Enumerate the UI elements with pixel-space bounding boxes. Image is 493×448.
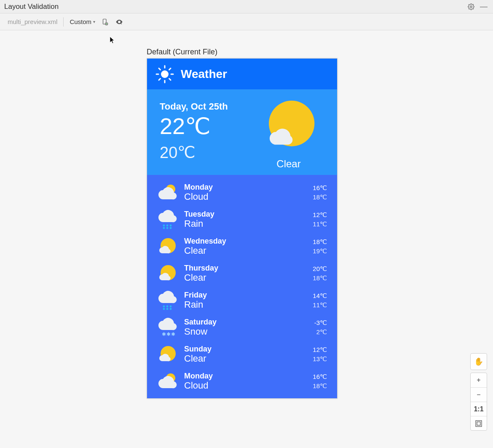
forecast-temp-high: 16℃: [302, 373, 327, 381]
forecast-condition: Rain: [184, 300, 295, 310]
sun-icon: [155, 64, 175, 84]
preview-canvas[interactable]: Default (Current File): [0, 30, 493, 448]
svg-point-16: [166, 225, 169, 227]
plus-icon: +: [477, 376, 480, 384]
preview-label: Default (Current File): [147, 48, 217, 56]
forecast-temp-high: 14℃: [302, 292, 327, 300]
forecast-day: Friday: [184, 291, 295, 300]
forecast-row[interactable]: SundayClear12℃13℃: [157, 341, 327, 368]
minus-icon: −: [477, 391, 480, 399]
forecast-condition: Snow: [184, 327, 295, 337]
forecast-day: Saturday: [184, 318, 295, 327]
device-dropdown-label: Custom: [70, 18, 91, 25]
forecast-condition: Clear: [184, 273, 295, 283]
today-temp-high: 22℃: [160, 115, 253, 137]
app-bar: Weather: [147, 59, 337, 89]
svg-line-12: [169, 68, 171, 70]
forecast-row[interactable]: MondayCloud16℃18℃: [157, 179, 327, 206]
svg-point-3: [119, 21, 120, 22]
forecast-condition: Clear: [184, 246, 295, 256]
forecast-day: Monday: [184, 372, 295, 381]
weather-clear-icon: [157, 344, 177, 365]
visibility-icon[interactable]: [115, 18, 124, 26]
forecast-day: Wednesday: [184, 237, 295, 246]
weather-clear-icon: [157, 236, 177, 257]
device-dropdown[interactable]: Custom ▾: [70, 18, 95, 25]
panel-title-bar: Layout Validation —: [0, 0, 493, 13]
hand-icon: ✋: [474, 357, 483, 366]
svg-text:✱: ✱: [166, 331, 171, 337]
cursor-icon: [110, 36, 115, 44]
svg-line-10: [169, 78, 171, 80]
weather-snow-icon: ✱✱✱: [157, 317, 177, 338]
weather-cloud-sun-icon: [157, 182, 177, 203]
chevron-down-icon: ▾: [93, 19, 95, 24]
phone-preview[interactable]: Weather Today, Oct 25th 22℃ 20℃ Clear: [147, 58, 338, 399]
svg-point-26: [163, 308, 165, 310]
svg-text:✱: ✱: [162, 331, 166, 337]
app-title: Weather: [181, 67, 227, 81]
svg-point-15: [163, 225, 165, 227]
zoom-toolbar: ✋ + − 1:1: [470, 353, 487, 431]
forecast-temp-low: 19℃: [302, 247, 327, 255]
forecast-row[interactable]: TuesdayRain12℃11℃: [157, 206, 327, 233]
today-date: Today, Oct 25th: [160, 101, 253, 112]
filename-label: multi_preview.xml: [8, 18, 57, 25]
svg-point-17: [170, 225, 172, 227]
forecast-day: Sunday: [184, 345, 295, 354]
zoom-fit-button[interactable]: [471, 416, 487, 430]
svg-point-24: [166, 306, 169, 308]
svg-point-27: [166, 308, 169, 310]
forecast-temp-low: 18℃: [302, 274, 327, 282]
toolbar: multi_preview.xml Custom ▾: [0, 13, 493, 30]
sun-cloud-icon: [260, 99, 317, 156]
forecast-temp-low: 18℃: [302, 193, 327, 201]
fit-to-screen-icon: [475, 420, 482, 427]
today-temp-low: 20℃: [160, 143, 253, 162]
svg-point-20: [170, 227, 172, 229]
minimize-button[interactable]: —: [479, 2, 489, 11]
gear-icon[interactable]: [466, 3, 476, 10]
svg-line-9: [159, 68, 161, 70]
weather-rain-icon: [157, 290, 177, 311]
forecast-row[interactable]: FridayRain14℃11℃: [157, 287, 327, 314]
forecast-list: MondayCloud16℃18℃TuesdayRain12℃11℃Wednes…: [147, 175, 337, 398]
zoom-out-button[interactable]: −: [471, 387, 487, 402]
weather-clear-icon: [157, 263, 177, 284]
svg-point-25: [170, 306, 172, 308]
forecast-row[interactable]: MondayCloud16℃18℃: [157, 368, 327, 395]
svg-point-19: [166, 227, 169, 229]
today-condition: Clear: [276, 158, 300, 170]
forecast-condition: Rain: [184, 219, 295, 229]
forecast-temp-low: 11℃: [302, 301, 327, 309]
forecast-row[interactable]: ThursdayClear20℃18℃: [157, 260, 327, 287]
forecast-row[interactable]: ✱✱✱SaturdaySnow-3℃2℃: [157, 314, 327, 341]
svg-point-23: [163, 306, 165, 308]
forecast-condition: Clear: [184, 354, 295, 364]
zoom-in-button[interactable]: +: [471, 373, 487, 387]
forecast-temp-high: 20℃: [302, 265, 327, 273]
forecast-temp-high: -3℃: [302, 319, 327, 327]
forecast-temp-high: 12℃: [302, 211, 327, 219]
today-pane: Today, Oct 25th 22℃ 20℃ Clear: [147, 89, 337, 175]
forecast-temp-low: 2℃: [302, 328, 327, 336]
forecast-day: Monday: [184, 183, 295, 192]
forecast-day: Thursday: [184, 264, 295, 273]
weather-cloud-sun-icon: [157, 371, 177, 392]
forecast-temp-high: 12℃: [302, 346, 327, 354]
add-device-icon[interactable]: [101, 18, 110, 26]
forecast-day: Tuesday: [184, 210, 295, 219]
weather-app-root: Weather Today, Oct 25th 22℃ 20℃ Clear: [147, 59, 337, 398]
forecast-row[interactable]: WednesdayClear18℃19℃: [157, 233, 327, 260]
forecast-temp-high: 16℃: [302, 184, 327, 192]
svg-rect-35: [477, 422, 480, 425]
zoom-actual-button[interactable]: 1:1: [471, 402, 487, 416]
pan-button[interactable]: ✋: [470, 353, 487, 370]
forecast-temp-low: 13℃: [302, 355, 327, 363]
svg-point-0: [470, 6, 472, 8]
forecast-condition: Cloud: [184, 381, 295, 391]
svg-point-28: [170, 308, 172, 310]
panel-title: Layout Validation: [4, 3, 466, 11]
forecast-temp-high: 18℃: [302, 238, 327, 246]
svg-line-11: [159, 78, 161, 80]
